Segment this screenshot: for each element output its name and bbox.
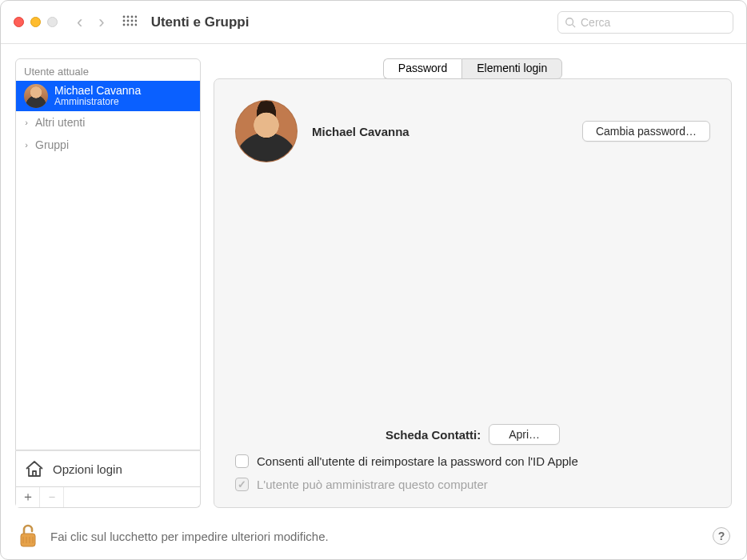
svg-line-13 <box>573 24 576 27</box>
full-name: Michael Cavanna <box>312 125 568 138</box>
tab-password[interactable]: Password <box>383 58 461 79</box>
login-options-label: Opzioni login <box>53 462 122 476</box>
search-icon <box>565 17 576 28</box>
sidebar: Utente attuale Michael Cavanna Amministr… <box>15 58 201 508</box>
password-panel: Michael Cavanna Cambia password… Scheda … <box>214 78 732 508</box>
svg-point-11 <box>134 23 136 26</box>
help-button[interactable]: ? <box>713 527 730 545</box>
admin-checkbox <box>235 478 249 491</box>
svg-point-10 <box>130 23 133 26</box>
svg-point-0 <box>122 15 125 18</box>
reset-appleid-row[interactable]: Consenti all'utente di reimpostare la pa… <box>235 454 710 468</box>
search-field[interactable]: Cerca <box>557 11 733 34</box>
admin-label: L'utente può amministrare questo compute… <box>257 478 488 491</box>
search-placeholder: Cerca <box>581 16 610 29</box>
close-window-button[interactable] <box>14 17 24 27</box>
groups-label: Gruppi <box>35 138 69 151</box>
contacts-row: Scheda Contatti: Apri… <box>235 424 710 445</box>
lock-text: Fai clic sul lucchetto per impedire ulte… <box>50 530 701 543</box>
svg-point-2 <box>130 15 133 18</box>
house-icon <box>24 459 45 478</box>
zoom-window-button <box>47 17 58 27</box>
svg-point-5 <box>126 19 129 22</box>
user-list: Utente attuale Michael Cavanna Amministr… <box>15 58 201 450</box>
window-controls <box>14 17 58 27</box>
svg-point-12 <box>566 18 573 25</box>
add-user-button[interactable]: ＋ <box>16 487 40 507</box>
current-user-section-label: Utente attuale <box>16 59 200 81</box>
chevron-right-icon: › <box>22 118 30 127</box>
lock-icon[interactable] <box>17 522 39 550</box>
panel-header-row: Michael Cavanna Cambia password… <box>235 100 710 162</box>
user-avatar-small <box>24 84 48 108</box>
user-avatar-large[interactable] <box>235 100 298 162</box>
other-users-label: Altri utenti <box>35 116 85 129</box>
other-users-row[interactable]: › Altri utenti <box>16 111 200 134</box>
svg-point-9 <box>126 23 129 26</box>
main-panel: Password Elementi login Michael Cavanna … <box>214 58 732 508</box>
window-title: Utenti e Gruppi <box>151 14 551 30</box>
reset-appleid-checkbox[interactable] <box>235 454 249 468</box>
svg-point-1 <box>126 15 129 18</box>
tabs: Password Elementi login <box>214 58 732 79</box>
add-remove-bar: ＋ － <box>15 487 201 508</box>
user-name: Michael Cavanna <box>54 84 141 97</box>
svg-point-6 <box>130 19 133 22</box>
login-options-row[interactable]: Opzioni login <box>15 450 201 487</box>
svg-point-7 <box>134 19 136 22</box>
change-password-button[interactable]: Cambia password… <box>582 121 710 142</box>
tab-login-items[interactable]: Elementi login <box>461 58 562 79</box>
user-text: Michael Cavanna Amministratore <box>54 84 141 108</box>
preferences-window: ‹ › Utenti e Gruppi Cerca Utente attuale <box>0 0 747 560</box>
svg-point-3 <box>134 15 136 18</box>
svg-point-4 <box>122 19 125 22</box>
user-role: Amministratore <box>54 97 141 108</box>
current-user-row[interactable]: Michael Cavanna Amministratore <box>16 81 200 111</box>
titlebar: ‹ › Utenti e Gruppi Cerca <box>1 1 746 44</box>
nav-arrows: ‹ › <box>77 12 105 33</box>
svg-point-8 <box>122 23 125 26</box>
remove-user-button: － <box>40 487 64 507</box>
minimize-window-button[interactable] <box>30 17 41 27</box>
bottom-controls: Scheda Contatti: Apri… Consenti all'uten… <box>235 424 710 491</box>
content-body: Utente attuale Michael Cavanna Amministr… <box>1 44 746 513</box>
open-contacts-button[interactable]: Apri… <box>489 424 560 445</box>
show-all-icon[interactable] <box>122 15 137 30</box>
back-button[interactable]: ‹ <box>77 12 82 33</box>
reset-appleid-label: Consenti all'utente di reimpostare la pa… <box>257 454 578 468</box>
forward-button: › <box>98 12 104 33</box>
groups-row[interactable]: › Gruppi <box>16 134 200 156</box>
footer: Fai clic sul lucchetto per impedire ulte… <box>1 513 746 559</box>
chevron-right-icon: › <box>22 140 30 150</box>
contacts-label: Scheda Contatti: <box>385 428 481 442</box>
admin-row: L'utente può amministrare questo compute… <box>235 478 710 491</box>
